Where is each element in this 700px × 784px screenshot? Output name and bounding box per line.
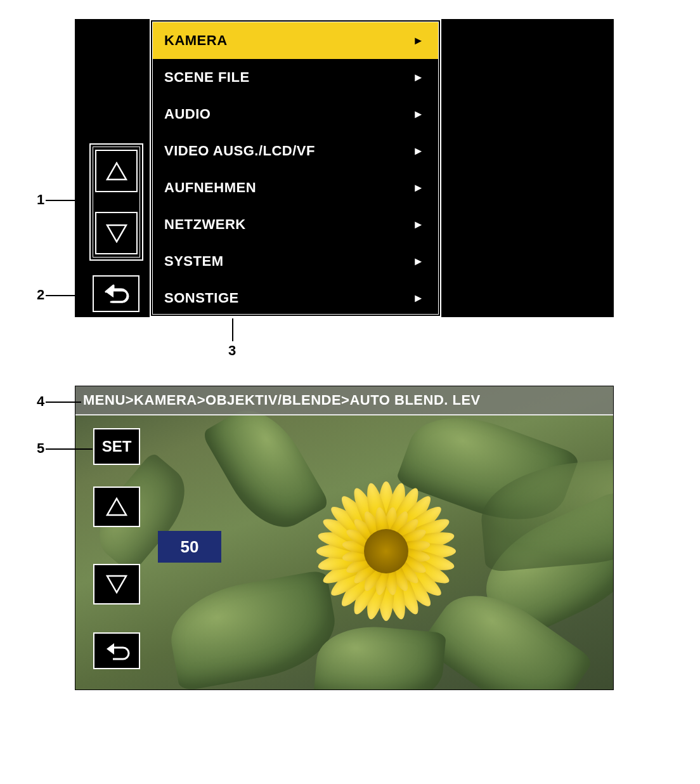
- triangle-down-icon: [106, 575, 127, 594]
- svg-marker-0: [107, 163, 126, 180]
- breadcrumb: MENU>KAMERA>OBJEKTIV/BLENDE>AUTO BLEND. …: [75, 386, 613, 415]
- callout-4-line: [46, 402, 81, 403]
- callout-2-label: 2: [37, 287, 44, 303]
- value-up-button[interactable]: [93, 487, 140, 527]
- nav-up-button[interactable]: [95, 150, 138, 192]
- callout-3-label: 3: [228, 343, 236, 359]
- menu-item-video-ausg[interactable]: VIDEO AUSG./LCD/VF ►: [153, 133, 438, 169]
- submenu-arrow-icon: ►: [413, 218, 424, 232]
- callout-5-line: [46, 448, 93, 450]
- value-text: 50: [181, 537, 199, 557]
- svg-marker-6: [107, 643, 114, 655]
- menu-item-label: AUDIO: [164, 106, 211, 122]
- submenu-arrow-icon: ►: [413, 34, 424, 48]
- menu-screen: KAMERA ► SCENE FILE ► AUDIO ► VIDEO AUSG…: [75, 19, 614, 317]
- callout-4-label: 4: [37, 393, 44, 410]
- nav-buttons-group-inner: [93, 147, 140, 258]
- set-button[interactable]: SET: [93, 428, 140, 465]
- back-button[interactable]: [93, 275, 139, 312]
- callout-1-line: [46, 200, 89, 201]
- callout-5-label: 5: [37, 440, 44, 457]
- triangle-up-icon: [106, 497, 127, 516]
- callout-3-line: [232, 318, 233, 341]
- menu-item-audio[interactable]: AUDIO ►: [153, 96, 438, 133]
- menu-item-label: SONSTIGE: [164, 290, 239, 306]
- return-icon: [102, 284, 130, 303]
- submenu-arrow-icon: ►: [413, 71, 424, 84]
- submenu-arrow-icon: ►: [413, 292, 424, 305]
- menu-panel-inner: KAMERA ► SCENE FILE ► AUDIO ► VIDEO AUSG…: [152, 22, 439, 315]
- svg-marker-4: [107, 499, 126, 515]
- return-icon: [103, 641, 131, 660]
- menu-item-sonstige[interactable]: SONSTIGE ►: [153, 280, 438, 317]
- flower-image: [304, 469, 469, 634]
- back-button[interactable]: [93, 632, 140, 669]
- menu-item-label: AUFNEHMEN: [164, 180, 256, 196]
- triangle-up-icon: [106, 162, 127, 181]
- menu-item-label: NETZWERK: [164, 216, 246, 233]
- callout-1-label: 1: [37, 192, 44, 208]
- submenu-arrow-icon: ►: [413, 255, 424, 268]
- nav-down-button[interactable]: [95, 212, 138, 254]
- menu-item-scene-file[interactable]: SCENE FILE ►: [153, 59, 438, 96]
- breadcrumb-text: MENU>KAMERA>OBJEKTIV/BLENDE>AUTO BLEND. …: [83, 392, 481, 408]
- menu-item-label: VIDEO AUSG./LCD/VF: [164, 143, 315, 159]
- menu-item-netzwerk[interactable]: NETZWERK ►: [153, 206, 438, 243]
- svg-marker-5: [107, 576, 126, 592]
- menu-item-label: KAMERA: [164, 32, 228, 49]
- menu-item-aufnehmen[interactable]: AUFNEHMEN ►: [153, 169, 438, 206]
- menu-item-kamera[interactable]: KAMERA ►: [153, 22, 438, 59]
- menu-item-label: SCENE FILE: [164, 69, 250, 86]
- submenu-arrow-icon: ►: [413, 181, 424, 195]
- submenu-arrow-icon: ►: [413, 108, 424, 121]
- triangle-down-icon: [106, 224, 127, 243]
- menu-item-system[interactable]: SYSTEM ►: [153, 243, 438, 280]
- submenu-arrow-icon: ►: [413, 145, 424, 158]
- menu-panel: KAMERA ► SCENE FILE ► AUDIO ► VIDEO AUSG…: [150, 19, 441, 317]
- set-button-label: SET: [102, 438, 132, 455]
- callout-2-line: [46, 295, 93, 296]
- value-down-button[interactable]: [93, 564, 140, 604]
- value-display: 50: [158, 531, 221, 563]
- adjust-screen: MENU>KAMERA>OBJEKTIV/BLENDE>AUTO BLEND. …: [75, 386, 614, 690]
- menu-item-label: SYSTEM: [164, 253, 223, 270]
- nav-buttons-group: [89, 143, 143, 261]
- svg-marker-1: [107, 225, 126, 242]
